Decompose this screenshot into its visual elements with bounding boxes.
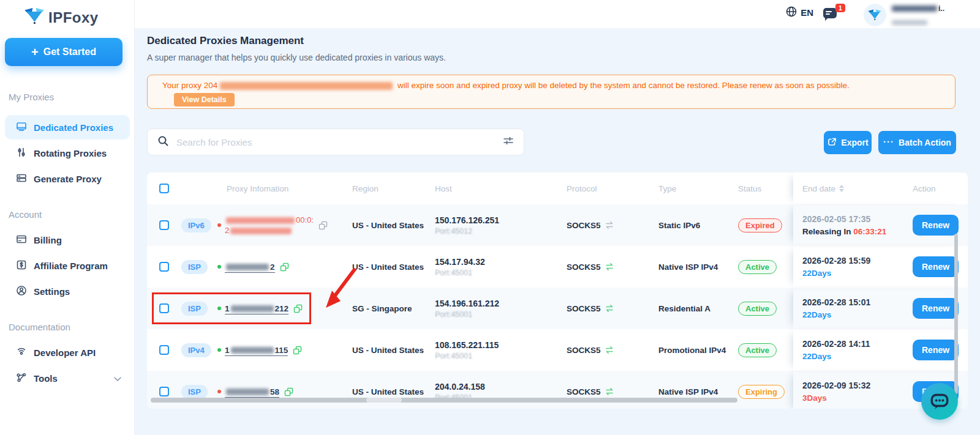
page-subtitle: A super manager that helps you quickly u…	[147, 53, 446, 62]
status-badge: Active	[738, 302, 777, 316]
row-checkbox[interactable]	[159, 303, 169, 313]
sidebar-item-generate-proxy[interactable]: Generate Proxy	[5, 166, 130, 191]
region-cell: US - United States	[343, 329, 435, 371]
sort-icon[interactable]	[839, 185, 844, 192]
end-date-cell: 2026-02-28 14:1122Days	[793, 329, 903, 371]
page-title: Dedicated Proxies Management	[147, 35, 304, 47]
status-cell: Active	[738, 246, 793, 288]
horizontal-scrollbar[interactable]	[151, 398, 737, 403]
row-checkbox[interactable]	[159, 345, 169, 355]
row-checkbox[interactable]	[159, 262, 169, 272]
support-chat-button[interactable]	[921, 383, 958, 420]
sidebar: IPFoxy + Get Started My Proxies Dedicate…	[0, 0, 135, 435]
view-details-button[interactable]: View Details	[174, 93, 235, 106]
dollar-icon	[16, 259, 27, 272]
topbar: EN 1 i..	[135, 0, 980, 28]
type-cell: Native ISP IPv4	[658, 371, 738, 409]
row-checkbox[interactable]	[159, 220, 169, 230]
proxy-address: 1115	[225, 346, 288, 355]
sidebar-item-tools[interactable]: Tools	[5, 366, 130, 390]
search-bar	[147, 128, 524, 155]
swap-icon[interactable]	[605, 262, 614, 272]
type-cell: Promotional IPv4	[658, 329, 738, 371]
avatar	[864, 4, 886, 26]
section-label-documentation: Documentation	[9, 322, 70, 332]
messages-button[interactable]: 1	[823, 5, 842, 22]
host-cell: 154.17.94.32Port:45001	[435, 246, 567, 288]
sidebar-item-developer-api[interactable]: Developer API	[5, 340, 130, 365]
proxy-type-badge: ISP	[181, 302, 208, 316]
renew-button[interactable]: Renew	[913, 298, 959, 319]
proxy-info-cell[interactable]: 2	[216, 246, 343, 288]
swap-icon[interactable]	[605, 220, 614, 230]
status-badge: Active	[738, 343, 777, 357]
export-label: Export	[841, 138, 868, 147]
batch-action-button[interactable]: ··· Batch Action	[878, 131, 956, 154]
sidebar-item-label: Billing	[34, 235, 62, 245]
language-label: EN	[801, 7, 813, 18]
brand-name: IPFoxy	[48, 9, 99, 26]
proxy-info-cell[interactable]: 1212	[216, 288, 343, 329]
copy-icon[interactable]	[284, 387, 293, 396]
user-menu[interactable]: i..	[864, 2, 944, 28]
redacted-proxy-address	[220, 82, 393, 90]
proxy-address: 58	[225, 387, 279, 396]
host-cell: 150.176.126.251Port:45012	[435, 204, 567, 246]
copy-icon[interactable]	[293, 304, 303, 313]
status-badge: Active	[738, 260, 777, 274]
sidebar-item-billing[interactable]: Billing	[5, 228, 130, 252]
proxy-info-cell[interactable]: 58	[216, 371, 343, 409]
language-selector[interactable]: EN	[785, 6, 813, 20]
protocol-cell: SOCKS5	[567, 246, 658, 288]
search-icon	[157, 135, 169, 149]
status-cell: Active	[738, 329, 793, 371]
swap-icon[interactable]	[605, 303, 614, 313]
protocol-cell: SOCKS5	[567, 204, 658, 246]
copy-icon[interactable]	[280, 262, 289, 272]
type-cell: Residential A	[658, 288, 738, 329]
renew-button[interactable]: Renew	[913, 256, 959, 277]
region-cell: US - United States	[343, 204, 435, 246]
expiry-warning-banner: Your proxy 204 will expire soon and expi…	[147, 75, 956, 109]
copy-icon[interactable]	[318, 221, 328, 230]
table-row: ISP 2 US - United States 154.17.94.32Por…	[147, 246, 968, 288]
filter-icon[interactable]	[503, 135, 514, 149]
select-all-checkbox[interactable]	[159, 184, 169, 193]
proxy-info-cell[interactable]: 00:0:2	[216, 204, 343, 246]
copy-icon[interactable]	[293, 346, 302, 355]
sidebar-item-settings[interactable]: Settings	[5, 279, 130, 303]
batch-action-label: Batch Action	[899, 138, 951, 147]
header-type: Type	[658, 173, 738, 204]
section-label-my-proxies: My Proxies	[9, 92, 54, 102]
row-checkbox[interactable]	[159, 387, 169, 396]
proxy-address: 2	[225, 262, 275, 272]
sidebar-item-label: Settings	[34, 286, 70, 297]
vertical-scrollbar[interactable]	[954, 234, 958, 394]
header-end-date: End date	[793, 173, 903, 204]
message-icon	[823, 8, 837, 18]
end-date-cell: 2026-02-28 15:0122Days	[793, 288, 903, 329]
search-input[interactable]	[176, 137, 496, 147]
proxies-table: Proxy Infomation Region Host Protocol Ty…	[147, 173, 968, 409]
fox-logo-icon	[23, 7, 45, 28]
chat-icon	[929, 390, 950, 413]
header-proxy-information: Proxy Infomation	[216, 173, 343, 204]
sidebar-item-affiliate-program[interactable]: Affiliate Program	[5, 253, 130, 278]
sidebar-item-dedicated-proxies[interactable]: Dedicated Proxies	[5, 115, 130, 139]
sidebar-item-rotating-proxies[interactable]: Rotating Proxies	[5, 141, 130, 165]
header-host: Host	[435, 173, 567, 204]
renew-button[interactable]: Renew	[913, 340, 959, 360]
sidebar-item-label: Tools	[34, 373, 58, 384]
export-button[interactable]: Export	[824, 131, 872, 154]
proxy-address: 1212	[225, 304, 288, 313]
chevron-down-icon	[114, 373, 121, 384]
swap-icon[interactable]	[605, 387, 614, 396]
swap-icon[interactable]	[605, 345, 614, 355]
get-started-button[interactable]: + Get Started	[5, 38, 123, 66]
renew-button[interactable]: Renew	[913, 215, 959, 236]
user-circle-icon	[16, 285, 27, 298]
proxy-info-cell[interactable]: 1115	[216, 329, 343, 371]
sidebar-item-label: Generate Proxy	[34, 174, 102, 184]
brand-logo[interactable]: IPFoxy	[23, 7, 99, 28]
table-header: Proxy Infomation Region Host Protocol Ty…	[147, 173, 968, 204]
